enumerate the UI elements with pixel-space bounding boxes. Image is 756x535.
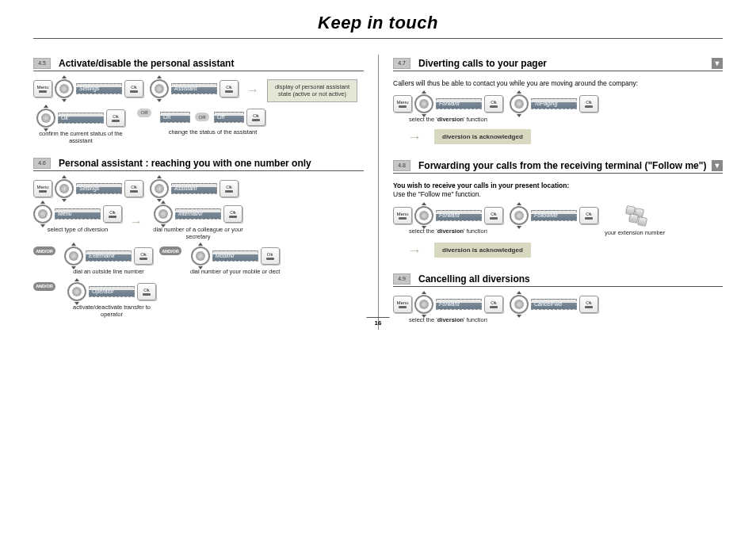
caption: dial number of a colleague or your secre… [151, 226, 246, 241]
ok-key: Ok [579, 296, 598, 313]
nav-icon [33, 204, 52, 224]
row-46-1: Menu Settings Ok Assistant Ok [33, 179, 364, 198]
ok-key: Ok [220, 180, 239, 197]
ok-key: Ok [579, 207, 598, 224]
row-46-2: Menu Ok select type of diversion → Inter… [33, 204, 364, 241]
caption: dial an outside line number [73, 268, 144, 275]
softkey-operator: Operator [89, 286, 135, 297]
softkey-assistant: Assistant [171, 183, 217, 194]
ok-key: Ok [220, 80, 239, 97]
nav-icon [67, 282, 86, 301]
chevron-down-icon: ▼ [712, 160, 723, 171]
nav-icon [55, 79, 74, 98]
arrow-icon: → [130, 215, 143, 229]
numpad-icon [624, 206, 646, 227]
caption: change the status of the assistant [169, 128, 258, 136]
softkey-followme: FollowMe [531, 210, 577, 221]
nav-icon [55, 179, 74, 198]
ack-box: diversion is acknowledged [434, 129, 531, 144]
caption: select the 'diversion' function [409, 116, 487, 123]
ok-key: Ok [124, 80, 143, 97]
ok-key: Ok [261, 247, 280, 265]
section-head-49: 4.9 Cancelling all diversions [393, 273, 723, 287]
row-46-3: AND/OR ExternalNr Ok dial an outside lin… [33, 246, 364, 275]
section-head-46: 4.6 Personal assistant : reaching you wi… [33, 158, 364, 171]
ok-key: Ok [246, 109, 265, 126]
section-head-48: 4.8 Forwarding your calls from the recei… [393, 160, 723, 174]
caption: confirm the current status of the assist… [33, 130, 128, 145]
section-title: Activate/disable the personal assistant [59, 58, 364, 69]
softkey-on: On [160, 112, 190, 123]
intro-text: You wish to receive your calls in your p… [393, 182, 723, 199]
section-number: 4.9 [393, 273, 410, 285]
caption: dial number of your mobile or dect [190, 268, 280, 275]
section-head-47: 4.7 Diverting calls to your pager ▼ [393, 58, 723, 71]
softkey-settings: Settings [76, 183, 122, 194]
row-48-1: Menu Forward Ok select the 'diversion' f… [393, 206, 723, 236]
softkey-settings: Settings [76, 83, 122, 94]
menu-key: Menu [393, 296, 412, 313]
softkey-forward: Forward [436, 210, 482, 221]
menu-key: Menu [393, 207, 412, 224]
ok-key: Ok [103, 205, 122, 223]
section-title: Diverting calls to your pager [418, 58, 712, 69]
andor-pill: AND/OR [159, 246, 181, 255]
ok-key: Ok [484, 296, 503, 313]
row-46-4: AND/OR Operator Ok activate/deactivate t… [33, 282, 364, 319]
ack-box: diversion is acknowledged [434, 243, 531, 258]
softkey-assistant: Assistant [171, 83, 217, 94]
caption: select the 'diversion' function [409, 316, 487, 323]
softkey-internalnr: InternalNr [175, 208, 221, 220]
nav-icon [510, 206, 529, 225]
andor-pill: AND/OR [33, 246, 55, 255]
nav-icon [191, 246, 210, 266]
caption: your extension number [605, 229, 665, 236]
title-rule [33, 38, 723, 39]
row-49-1: Menu Forward Ok select the 'diversion' f… [393, 295, 723, 323]
caption: activate/deactivate transfer to operator [64, 304, 159, 319]
ok-key: Ok [579, 95, 598, 113]
ok-key: Ok [484, 207, 503, 224]
section-title: Personal assistant : reaching you with o… [59, 158, 364, 169]
ok-key: Ok [134, 247, 153, 265]
menu-key: Menu [33, 80, 52, 97]
section-title: Forwarding your calls from the receiving… [418, 160, 712, 171]
page-title: Keep in touch [33, 13, 723, 33]
chevron-down-icon: ▼ [712, 58, 723, 69]
arrow-icon: → [246, 83, 259, 97]
section-number: 4.5 [33, 58, 51, 69]
softkey-menu: Menu [55, 208, 101, 220]
nav-icon [64, 246, 83, 266]
row-48-ack: → diversion is acknowledged [407, 243, 723, 259]
intro-text: Callers will thus be able to contact you… [393, 79, 723, 88]
softkey-ok: Ok [58, 113, 104, 124]
note-box: display of personal assistant state (act… [267, 79, 357, 102]
softkey-mobilnr: MobilNr [212, 250, 258, 262]
softkey-off: Off [214, 112, 244, 123]
page-number: 16 [367, 317, 390, 327]
ok-key: Ok [106, 109, 125, 127]
section-number: 4.6 [33, 158, 51, 169]
menu-key: Menu [393, 95, 412, 113]
caption: select the 'diversion' function [409, 227, 487, 235]
arrow-icon: → [407, 243, 422, 259]
nav-icon [150, 179, 169, 198]
arrow-icon: → [407, 129, 422, 146]
nav-icon [154, 204, 173, 224]
caption: select type of diversion [48, 226, 108, 233]
softkey-topaging: ToPaging [531, 98, 577, 109]
or-pill: OR [137, 109, 151, 117]
nav-icon [36, 109, 55, 128]
menu-key: Menu [33, 180, 52, 197]
ok-key: Ok [124, 180, 143, 197]
row-47-ack: → diversion is acknowledged [407, 129, 723, 146]
softkey-forward: Forward [436, 98, 482, 109]
nav-icon [414, 94, 433, 113]
row-45-1: Menu Settings Ok Assistant Ok → display … [33, 79, 364, 102]
softkey-externalnr: ExternalNr [86, 250, 132, 262]
ok-key: Ok [223, 205, 242, 223]
section-head-45: 4.5 Activate/disable the personal assist… [33, 58, 364, 71]
row-45-2: Ok Ok confirm the current status of the … [33, 109, 364, 145]
section-number: 4.8 [393, 160, 410, 171]
section-number: 4.7 [393, 58, 410, 69]
